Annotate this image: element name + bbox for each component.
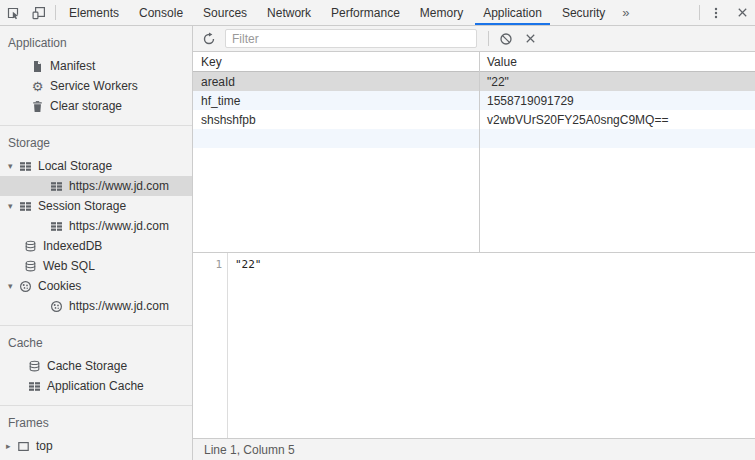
chevron-down-icon[interactable]: ▾ xyxy=(8,281,19,291)
sidebar-item-manifest[interactable]: Manifest xyxy=(0,56,192,76)
section-title: Cache xyxy=(0,333,192,356)
sidebar-item-clear-storage[interactable]: Clear storage xyxy=(0,96,192,116)
database-icon xyxy=(28,360,41,373)
sidebar-section-frames: Frames ▸ top xyxy=(0,406,192,460)
value-preview-pane: 1 "22" xyxy=(193,253,755,438)
sidebar-item-local-storage[interactable]: ▾ Local Storage xyxy=(0,156,192,176)
divider xyxy=(699,5,700,20)
chevron-down-icon[interactable]: ▾ xyxy=(8,201,19,211)
sidebar-item-indexeddb[interactable]: IndexedDB xyxy=(0,236,192,256)
tab-memory[interactable]: Memory xyxy=(410,0,473,25)
table-header-row: Key Value xyxy=(193,52,755,72)
storage-table-icon xyxy=(19,160,32,173)
sidebar-item-label: Local Storage xyxy=(38,159,112,173)
table-cell-value: 1558719091729 xyxy=(479,91,755,110)
divider xyxy=(55,5,56,20)
table-cell-value xyxy=(479,129,755,148)
table-cell-key: shshshfpb xyxy=(193,110,479,129)
section-title: Storage xyxy=(0,133,192,156)
sidebar-item-local-storage-jd-com[interactable]: https://www.jd.com xyxy=(0,176,192,196)
table-cell-key: hf_time xyxy=(193,91,479,110)
sidebar-item-label: https://www.jd.com xyxy=(69,219,169,233)
column-header-value[interactable]: Value xyxy=(479,52,755,71)
sidebar-item-label: Application Cache xyxy=(47,379,144,393)
refresh-icon[interactable] xyxy=(197,27,221,51)
storage-table-icon xyxy=(28,380,41,393)
column-resize-handle[interactable] xyxy=(479,52,480,252)
sidebar-item-cookies[interactable]: ▾ Cookies xyxy=(0,276,192,296)
filter-input[interactable] xyxy=(225,29,477,48)
cookie-icon xyxy=(19,280,32,293)
sidebar-item-label: https://www.jd.com xyxy=(69,299,169,313)
table-cell-value: v2wbVUrS20FY25A0sngC9MQ== xyxy=(479,110,755,129)
sidebar-item-web-sql[interactable]: Web SQL xyxy=(0,256,192,276)
tab-sources[interactable]: Sources xyxy=(193,0,257,25)
sidebar-section-application: Application Manifest ⚙ Service Workers C… xyxy=(0,26,192,126)
panel-tabs: Elements Console Sources Network Perform… xyxy=(59,0,636,25)
table-cell-key: areaId xyxy=(193,72,479,91)
sidebar-item-label: Session Storage xyxy=(38,199,126,213)
table-cell-key xyxy=(193,129,479,148)
kebab-menu-icon[interactable] xyxy=(703,0,729,25)
sidebar-item-label: top xyxy=(36,439,53,453)
manifest-document-icon xyxy=(31,60,44,73)
tab-console[interactable]: Console xyxy=(129,0,193,25)
tabbar-spacer xyxy=(636,0,696,25)
sidebar-item-frame-top[interactable]: ▸ top xyxy=(0,436,192,456)
trash-icon xyxy=(31,100,44,113)
table-cell-value: "22" xyxy=(479,72,755,91)
sidebar-item-service-workers[interactable]: ⚙ Service Workers xyxy=(0,76,192,96)
sidebar-item-label: IndexedDB xyxy=(43,239,102,253)
chevron-down-icon[interactable]: ▾ xyxy=(8,161,19,171)
cookie-icon xyxy=(50,300,63,313)
sidebar-item-session-storage-jd-com[interactable]: https://www.jd.com xyxy=(0,216,192,236)
gear-icon: ⚙ xyxy=(31,80,44,93)
line-number: 1 xyxy=(215,258,222,271)
sidebar-item-label: Cookies xyxy=(38,279,81,293)
tab-network[interactable]: Network xyxy=(257,0,321,25)
sidebar-section-cache: Cache Cache Storage Application Cache xyxy=(0,326,192,406)
tab-security[interactable]: Security xyxy=(552,0,615,25)
application-panel-sidebar: Application Manifest ⚙ Service Workers C… xyxy=(0,26,193,460)
section-title: Application xyxy=(0,33,192,56)
sidebar-item-label: Web SQL xyxy=(43,259,95,273)
section-title: Frames xyxy=(0,413,192,436)
block-clear-all-icon[interactable] xyxy=(494,27,518,51)
database-icon xyxy=(24,260,37,273)
tab-performance[interactable]: Performance xyxy=(321,0,410,25)
preview-value-text: "22" xyxy=(235,258,262,271)
divider xyxy=(488,31,489,46)
line-number-gutter: 1 xyxy=(193,253,228,438)
chevron-right-icon[interactable]: ▸ xyxy=(6,441,17,451)
table-row[interactable]: shshshfpb v2wbVUrS20FY25A0sngC9MQ== xyxy=(193,110,755,129)
sidebar-item-session-storage[interactable]: ▾ Session Storage xyxy=(0,196,192,216)
table-row[interactable]: hf_time 1558719091729 xyxy=(193,91,755,110)
sidebar-section-storage: Storage ▾ Local Storage https://www xyxy=(0,126,192,326)
status-bar: Line 1, Column 5 xyxy=(193,438,755,460)
sidebar-item-label: Clear storage xyxy=(50,99,122,113)
cursor-position-text: Line 1, Column 5 xyxy=(204,443,295,457)
sidebar-item-cookies-jd-com[interactable]: https://www.jd.com xyxy=(0,296,192,316)
sidebar-item-label: https://www.jd.com xyxy=(69,179,169,193)
sidebar-item-label: Service Workers xyxy=(50,79,138,93)
column-header-key[interactable]: Key xyxy=(193,52,479,71)
sidebar-item-cache-storage[interactable]: Cache Storage xyxy=(0,356,192,376)
inspect-element-icon[interactable] xyxy=(0,0,26,25)
tab-application[interactable]: Application xyxy=(473,0,552,25)
storage-toolbar xyxy=(193,26,755,52)
storage-items-table: Key Value areaId "22" hf_time 1558719091… xyxy=(193,52,755,253)
sidebar-item-label: Cache Storage xyxy=(47,359,127,373)
tab-elements[interactable]: Elements xyxy=(59,0,129,25)
storage-table-icon xyxy=(50,180,63,193)
storage-table-icon xyxy=(50,220,63,233)
device-toolbar-icon[interactable] xyxy=(26,0,52,25)
sidebar-item-label: Manifest xyxy=(50,59,95,73)
local-storage-panel: Key Value areaId "22" hf_time 1558719091… xyxy=(193,26,755,460)
frame-icon xyxy=(17,440,30,453)
devtools-tabbar: Elements Console Sources Network Perform… xyxy=(0,0,755,26)
close-icon[interactable] xyxy=(729,0,755,25)
sidebar-item-application-cache[interactable]: Application Cache xyxy=(0,376,192,396)
table-row[interactable]: areaId "22" xyxy=(193,72,755,91)
more-tabs-chevron-icon[interactable]: » xyxy=(615,0,636,25)
delete-selected-icon[interactable] xyxy=(518,27,542,51)
